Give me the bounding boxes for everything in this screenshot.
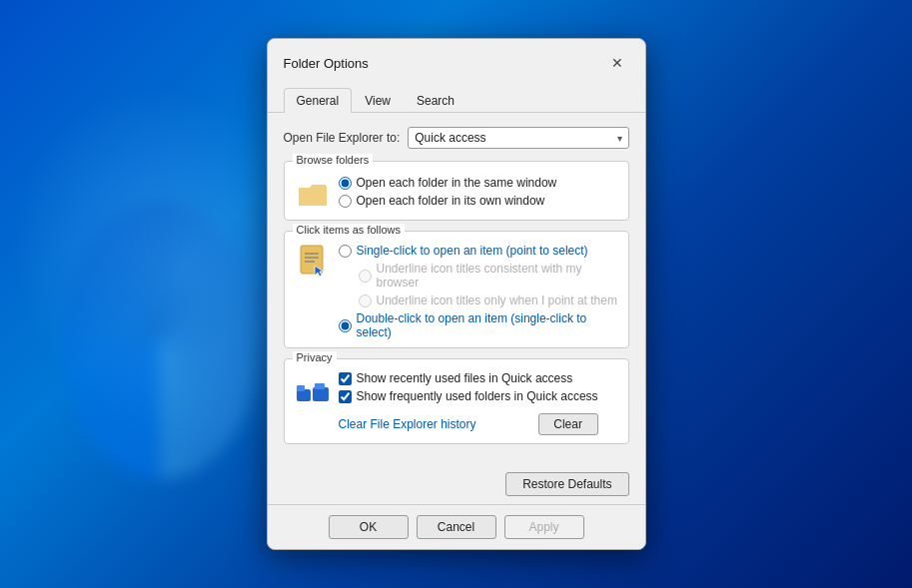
tab-view[interactable]: View xyxy=(352,88,404,113)
ok-button[interactable]: OK xyxy=(329,515,409,539)
same-window-label: Open each folder in the same window xyxy=(357,176,557,190)
dialog-content: Open File Explorer to: Quick access ▾ Br… xyxy=(268,113,645,468)
underline-consistent-label: Underline icon titles consistent with my… xyxy=(377,262,618,290)
frequent-folders-label: Show frequently used folders in Quick ac… xyxy=(357,389,598,403)
privacy-options-list: Show recently used files in Quick access… xyxy=(339,371,598,435)
click-items-group: Click items as follows xyxy=(284,231,629,348)
underline-hover-option[interactable]: Underline icon titles only when I point … xyxy=(339,294,618,307)
click-icon-area xyxy=(295,244,331,280)
dialog-title: Folder Options xyxy=(284,56,369,71)
svg-rect-9 xyxy=(297,385,305,391)
single-click-radio[interactable] xyxy=(339,245,352,258)
restore-defaults-button[interactable]: Restore Defaults xyxy=(505,472,628,496)
dropdown-value: Quick access xyxy=(415,131,485,145)
own-window-option[interactable]: Open each folder in its own window xyxy=(339,194,557,208)
double-click-radio[interactable] xyxy=(339,319,352,332)
folder-options-dialog: Folder Options ✕ General View Search Ope… xyxy=(267,38,646,550)
same-window-option[interactable]: Open each folder in the same window xyxy=(339,176,557,190)
clear-history-row: Clear File Explorer history Clear xyxy=(339,413,598,435)
cursor-icon xyxy=(297,244,329,280)
browse-folders-content: Open each folder in the same window Open… xyxy=(295,176,618,212)
underline-consistent-option[interactable]: Underline icon titles consistent with my… xyxy=(339,262,618,290)
own-window-label: Open each folder in its own window xyxy=(357,194,545,208)
same-window-radio[interactable] xyxy=(339,177,352,190)
privacy-icon xyxy=(295,371,331,407)
recent-files-label: Show recently used files in Quick access xyxy=(357,371,573,385)
click-options-list: Single-click to open an item (point to s… xyxy=(339,244,618,339)
privacy-title: Privacy xyxy=(293,351,337,363)
double-click-option[interactable]: Double-click to open an item (single-cli… xyxy=(339,311,618,339)
single-click-option[interactable]: Single-click to open an item (point to s… xyxy=(339,244,618,258)
open-explorer-label: Open File Explorer to: xyxy=(284,131,401,145)
privacy-group: Privacy Show recently used files i xyxy=(284,358,629,444)
single-click-label: Single-click to open an item (point to s… xyxy=(357,244,588,258)
privacy-icon-area xyxy=(295,371,331,407)
apply-button[interactable]: Apply xyxy=(504,515,584,539)
clear-history-link[interactable]: Clear File Explorer history xyxy=(339,417,476,431)
recent-files-option[interactable]: Show recently used files in Quick access xyxy=(339,371,598,385)
click-items-title: Click items as follows xyxy=(293,224,406,236)
cancel-button[interactable]: Cancel xyxy=(417,515,496,539)
underline-hover-label: Underline icon titles only when I point … xyxy=(377,294,617,307)
svg-rect-1 xyxy=(299,190,327,206)
dialog-footer: OK Cancel Apply xyxy=(268,504,645,549)
chevron-down-icon: ▾ xyxy=(617,133,622,144)
privacy-content: Show recently used files in Quick access… xyxy=(295,371,618,435)
underline-hover-radio xyxy=(359,294,372,307)
browse-folders-title: Browse folders xyxy=(293,154,374,166)
recent-files-checkbox[interactable] xyxy=(339,372,352,385)
clear-button[interactable]: Clear xyxy=(538,413,598,435)
frequent-folders-checkbox[interactable] xyxy=(339,390,352,403)
open-explorer-row: Open File Explorer to: Quick access ▾ xyxy=(284,127,629,149)
svg-rect-10 xyxy=(313,387,329,401)
frequent-folders-option[interactable]: Show frequently used folders in Quick ac… xyxy=(339,389,598,403)
own-window-radio[interactable] xyxy=(339,195,352,208)
svg-rect-11 xyxy=(315,383,325,389)
browse-options-list: Open each folder in the same window Open… xyxy=(339,176,557,208)
browse-folders-group: Browse folders Open each folder in the s… xyxy=(284,161,629,221)
tab-search[interactable]: Search xyxy=(404,88,467,113)
restore-row: Restore Defaults xyxy=(268,468,645,504)
title-bar: Folder Options ✕ xyxy=(268,39,645,75)
folder-icon-area xyxy=(295,176,331,212)
tab-bar: General View Search xyxy=(268,79,645,113)
tab-general[interactable]: General xyxy=(284,88,353,113)
close-button[interactable]: ✕ xyxy=(605,51,629,75)
open-explorer-dropdown[interactable]: Quick access ▾ xyxy=(408,127,628,149)
double-click-label: Double-click to open an item (single-cli… xyxy=(357,311,618,339)
underline-consistent-radio xyxy=(359,270,372,283)
click-items-content: Single-click to open an item (point to s… xyxy=(295,244,618,339)
folder-icon xyxy=(297,178,329,210)
